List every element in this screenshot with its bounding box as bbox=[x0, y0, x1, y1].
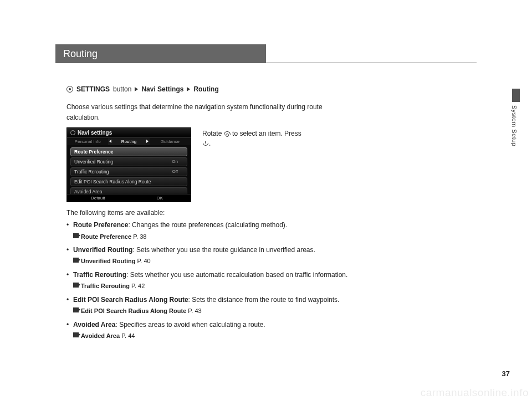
item-unverified-routing: Unverified Routing: Sets whether you use… bbox=[66, 245, 377, 266]
list-item-label: Edit POI Search Radius Along Route bbox=[74, 179, 151, 184]
press-dial-icon bbox=[202, 141, 209, 147]
xref-label: Traffic Rerouting bbox=[81, 283, 130, 289]
section-title: Routing bbox=[55, 44, 266, 63]
list-item: Unverified Routing On bbox=[70, 157, 187, 166]
item-avoided-area: Avoided Area: Specifies areas to avoid w… bbox=[66, 320, 377, 341]
item-title: Traffic Rerouting bbox=[73, 271, 126, 279]
item-desc: : Sets whether you use automatic recalcu… bbox=[126, 271, 347, 279]
xref-arrow-icon bbox=[73, 283, 79, 288]
list-item-label: Unverified Routing bbox=[74, 159, 113, 165]
cross-reference: Traffic Rerouting P. 42 bbox=[73, 281, 377, 291]
xref-arrow-icon bbox=[73, 258, 79, 263]
cross-reference: Route Preference P. 38 bbox=[73, 232, 377, 242]
chevron-right-icon bbox=[135, 87, 138, 91]
screenshot-tabs: Personal Info Routing Guidance bbox=[67, 138, 191, 145]
intro-text: Choose various settings that determine t… bbox=[66, 102, 355, 123]
item-title: Edit POI Search Radius Along Route bbox=[73, 296, 188, 304]
breadcrumb: SETTINGS button Navi Settings Routing bbox=[66, 85, 477, 93]
list-item-value bbox=[178, 149, 183, 155]
list-item: Traffic Rerouting Off bbox=[70, 167, 187, 176]
tab-personal-info: Personal Info bbox=[67, 138, 108, 145]
side-tab: System Setup bbox=[511, 89, 521, 146]
xref-page: P. 44 bbox=[121, 332, 135, 339]
tab-routing: Routing bbox=[108, 138, 149, 145]
list-item: Route Preference bbox=[70, 147, 187, 156]
list-item-label: Traffic Rerouting bbox=[74, 169, 109, 175]
dial-icon bbox=[66, 86, 73, 93]
chevron-right-icon bbox=[187, 87, 190, 91]
list-item-label: Route Preference bbox=[74, 149, 113, 155]
breadcrumb-navi: Navi Settings bbox=[141, 85, 183, 93]
list-item-value: Off bbox=[172, 169, 183, 175]
xref-page: P. 43 bbox=[188, 307, 201, 314]
section-title-bar: Routing bbox=[55, 44, 477, 63]
instr-select: to select an item. Press bbox=[232, 130, 301, 137]
xref-page: P. 40 bbox=[137, 258, 150, 264]
xref-label: Route Preference bbox=[81, 233, 131, 240]
title-rule bbox=[266, 44, 477, 63]
cross-reference: Avoided Area P. 44 bbox=[73, 331, 377, 341]
breadcrumb-button-word: button bbox=[113, 85, 131, 93]
item-title: Unverified Routing bbox=[73, 246, 132, 254]
instr-rotate: Rotate bbox=[202, 130, 222, 137]
media-row: Navi settings Personal Info Routing Guid… bbox=[66, 127, 477, 202]
xref-label: Avoided Area bbox=[81, 332, 120, 339]
item-desc: : Changes the route preferences (calcula… bbox=[128, 221, 287, 229]
page-number: 37 bbox=[502, 370, 510, 378]
gear-icon bbox=[70, 130, 75, 135]
item-route-preference: Route Preference: Changes the route pref… bbox=[66, 220, 377, 242]
item-title: Route Preference bbox=[73, 221, 128, 229]
breadcrumb-routing: Routing bbox=[193, 85, 218, 93]
tab-guidance: Guidance bbox=[150, 138, 191, 145]
item-traffic-rerouting: Traffic Rerouting: Sets whether you use … bbox=[66, 270, 377, 291]
side-section-label: System Setup bbox=[511, 105, 518, 146]
screenshot-list: Route Preference Unverified Routing On T… bbox=[67, 145, 191, 198]
footer-default: Default bbox=[67, 194, 129, 202]
screenshot-footer: Default OK bbox=[67, 194, 191, 202]
footer-ok: OK bbox=[129, 194, 191, 202]
page-content: Routing SETTINGS button Navi Settings Ro… bbox=[55, 44, 477, 344]
cross-reference: Edit POI Search Radius Along Route P. 43 bbox=[73, 306, 377, 316]
rotate-dial-icon bbox=[224, 131, 231, 137]
item-title: Avoided Area bbox=[73, 321, 115, 329]
item-desc: : Sets whether you use the route guidanc… bbox=[132, 246, 315, 254]
xref-page: P. 42 bbox=[131, 283, 145, 289]
screenshot-title: Navi settings bbox=[78, 130, 112, 136]
side-marker bbox=[512, 89, 520, 102]
rotate-instruction: Rotate to select an item. Press . bbox=[202, 127, 346, 202]
breadcrumb-settings: SETTINGS bbox=[76, 85, 110, 93]
cross-reference: Unverified Routing P. 40 bbox=[73, 257, 377, 266]
nav-screenshot: Navi settings Personal Info Routing Guid… bbox=[66, 127, 191, 202]
list-item: Edit POI Search Radius Along Route bbox=[70, 177, 187, 186]
xref-arrow-icon bbox=[73, 332, 79, 337]
xref-label: Edit POI Search Radius Along Route bbox=[81, 307, 186, 314]
xref-page: P. 38 bbox=[133, 233, 146, 240]
xref-label: Unverified Routing bbox=[81, 258, 135, 264]
xref-arrow-icon bbox=[73, 233, 79, 238]
item-desc: : Specifies areas to avoid when calculat… bbox=[115, 321, 265, 329]
item-desc: : Sets the distance from the route to fi… bbox=[188, 296, 340, 304]
screenshot-header: Navi settings bbox=[67, 128, 191, 138]
list-item-value: On bbox=[172, 159, 183, 165]
item-edit-poi: Edit POI Search Radius Along Route: Sets… bbox=[66, 295, 377, 316]
instr-period: . bbox=[209, 140, 211, 147]
available-items-list: Route Preference: Changes the route pref… bbox=[66, 220, 377, 341]
xref-arrow-icon bbox=[73, 307, 79, 312]
watermark: carmanualsonline.info bbox=[421, 387, 529, 399]
available-heading: The following items are available: bbox=[66, 209, 477, 217]
